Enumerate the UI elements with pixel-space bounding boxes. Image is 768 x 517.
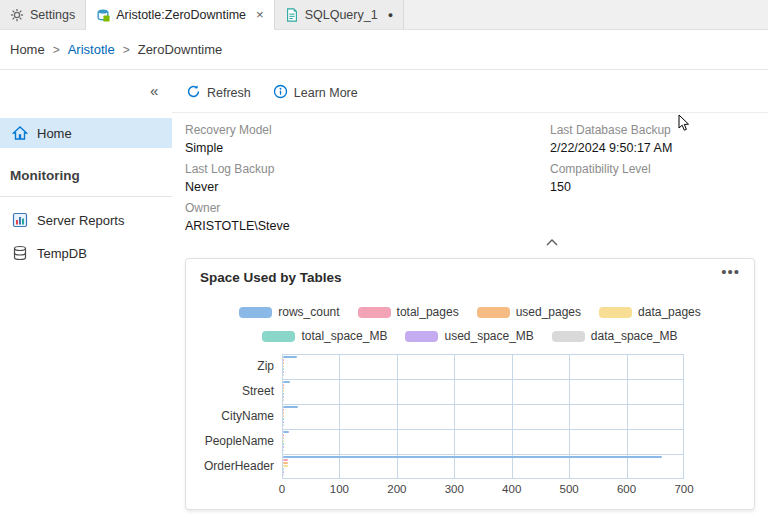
bar-data_pages-Zip xyxy=(283,365,284,367)
legend-label: total_space_MB xyxy=(301,329,387,343)
database-icon xyxy=(12,245,28,261)
legend-item-data_space_MB[interactable]: data_space_MB xyxy=(552,329,678,343)
bar-total_pages-Street xyxy=(283,384,284,386)
legend-item-data_pages[interactable]: data_pages xyxy=(599,305,701,319)
bar-data_pages-Street xyxy=(283,390,284,392)
x-tick-label: 100 xyxy=(330,483,349,495)
sidebar-divider xyxy=(0,196,172,197)
dashboard-icon xyxy=(96,8,110,22)
bar-data_pages-OrderHeader xyxy=(283,465,288,467)
bar-rows_count-PeopleName xyxy=(283,431,289,433)
sidebar-item-home[interactable]: Home xyxy=(0,118,172,148)
y-axis-label-Zip: Zip xyxy=(204,354,274,379)
x-tick-label: 0 xyxy=(279,483,285,495)
sql-file-icon xyxy=(285,8,299,22)
sidebar-collapse-button[interactable]: « xyxy=(150,82,158,99)
space-used-by-tables-card: Space Used by Tables ••• rows_counttotal… xyxy=(185,258,755,510)
legend-swatch xyxy=(239,307,272,318)
tab-aristotle-zerodowntime[interactable]: Aristotle:ZeroDowntime × xyxy=(86,0,275,30)
breadcrumb-home[interactable]: Home xyxy=(10,42,45,57)
property-label: Last Database Backup xyxy=(550,121,672,139)
bar-data_space_MB-OrderHeader xyxy=(283,474,284,476)
gridline-horizontal xyxy=(282,379,684,380)
legend-item-total_pages[interactable]: total_pages xyxy=(358,305,459,319)
card-menu-button[interactable]: ••• xyxy=(721,263,740,280)
gridline-horizontal xyxy=(282,454,684,455)
legend-swatch xyxy=(477,307,510,318)
legend-item-used_space_MB[interactable]: used_space_MB xyxy=(405,329,533,343)
chart-legend-row-1: rows_counttotal_pagesused_pagesdata_page… xyxy=(186,305,754,319)
x-tick-label: 300 xyxy=(445,483,464,495)
y-axis-label-CityName: CityName xyxy=(204,404,274,429)
gridline-vertical xyxy=(397,354,398,479)
legend-item-total_space_MB[interactable]: total_space_MB xyxy=(262,329,387,343)
tab-settings[interactable]: Settings xyxy=(0,0,86,30)
breadcrumb-separator: > xyxy=(123,43,130,57)
bar-used_pages-Street xyxy=(283,387,284,389)
sidebar-item-label: TempDB xyxy=(37,246,87,261)
legend-swatch xyxy=(599,307,632,318)
legend-label: total_pages xyxy=(397,305,459,319)
tab-sqlquery-1[interactable]: SQLQuery_1 ● xyxy=(275,0,404,30)
refresh-label: Refresh xyxy=(207,86,251,100)
legend-swatch xyxy=(358,307,391,318)
bar-used_pages-OrderHeader xyxy=(283,462,288,464)
breadcrumb-zerodowntime[interactable]: ZeroDowntime xyxy=(138,42,223,57)
bar-used_space_MB-PeopleName xyxy=(283,446,284,448)
bar-total_space_MB-CityName xyxy=(283,418,284,420)
close-icon[interactable]: × xyxy=(256,7,264,22)
sidebar-item-tempdb[interactable]: TempDB xyxy=(0,238,172,268)
bar-data_space_MB-CityName xyxy=(283,424,284,426)
refresh-button[interactable]: Refresh xyxy=(186,84,251,102)
info-icon xyxy=(273,84,288,102)
bar-rows_count-OrderHeader xyxy=(283,456,662,458)
gridline-vertical xyxy=(627,354,628,479)
gridline-horizontal xyxy=(282,429,684,430)
sidebar-item-server-reports[interactable]: Server Reports xyxy=(0,205,172,235)
x-tick-label: 700 xyxy=(674,483,693,495)
property-label: Compatibility Level xyxy=(550,160,672,178)
property-value: 2/22/2024 9:50:17 AM xyxy=(550,139,672,157)
y-axis-label-OrderHeader: OrderHeader xyxy=(204,454,274,479)
tab-label: SQLQuery_1 xyxy=(305,8,378,22)
x-tick-label: 400 xyxy=(502,483,521,495)
legend-label: data_pages xyxy=(638,305,701,319)
breadcrumb: Home > Aristotle > ZeroDowntime xyxy=(0,30,768,70)
x-tick-label: 500 xyxy=(560,483,579,495)
sidebar-item-label: Home xyxy=(37,126,72,141)
legend-swatch xyxy=(405,331,438,342)
bar-total_pages-OrderHeader xyxy=(283,459,288,461)
sidebar-item-label: Server Reports xyxy=(37,213,124,228)
legend-item-used_pages[interactable]: used_pages xyxy=(477,305,581,319)
bar-total_pages-Zip xyxy=(283,359,284,361)
bar-used_space_MB-Zip xyxy=(283,371,284,373)
mouse-cursor xyxy=(678,114,690,136)
properties-right-column: Last Database Backup 2/22/2024 9:50:17 A… xyxy=(550,121,672,196)
bar-rows_count-Zip xyxy=(283,356,297,358)
breadcrumb-aristotle[interactable]: Aristotle xyxy=(68,42,115,57)
bar-data_space_MB-Zip xyxy=(283,374,284,376)
bar-used_space_MB-OrderHeader xyxy=(283,471,284,473)
tab-label: Aristotle:ZeroDowntime xyxy=(116,8,246,22)
learn-more-button[interactable]: Learn More xyxy=(273,84,358,102)
tab-label: Settings xyxy=(30,8,75,22)
learn-more-label: Learn More xyxy=(294,86,358,100)
bar-total_space_MB-PeopleName xyxy=(283,443,284,445)
gridline-vertical xyxy=(512,354,513,479)
bar-total_pages-CityName xyxy=(283,409,284,411)
bar-rows_count-Street xyxy=(283,381,290,383)
legend-label: used_pages xyxy=(516,305,581,319)
gridline-horizontal xyxy=(282,478,684,479)
chart-plot-area xyxy=(282,354,684,479)
unsaved-dot-icon[interactable]: ● xyxy=(388,10,393,20)
properties-left-column: Recovery Model Simple Last Log Backup Ne… xyxy=(185,121,290,235)
sidebar-section-monitoring: Monitoring xyxy=(10,168,80,183)
property-value: Simple xyxy=(185,139,290,157)
refresh-icon xyxy=(186,84,201,102)
legend-item-rows_count[interactable]: rows_count xyxy=(239,305,339,319)
bar-used_pages-Zip xyxy=(283,362,284,364)
properties-collapse-chevron-icon[interactable] xyxy=(546,232,558,250)
bar-data_space_MB-Street xyxy=(283,399,284,401)
bar-total_pages-PeopleName xyxy=(283,434,284,436)
toolbar-divider xyxy=(172,112,768,113)
